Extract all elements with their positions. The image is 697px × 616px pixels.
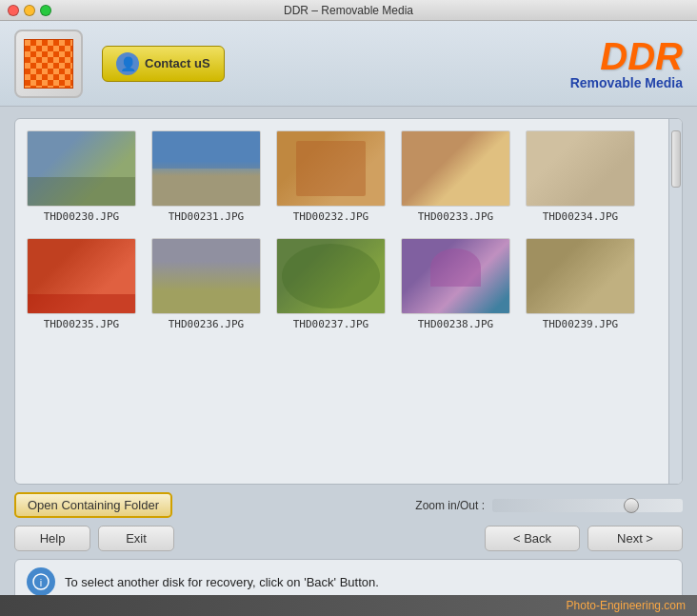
thumb-label: THD00234.JPG (543, 210, 618, 223)
list-item[interactable]: THD00238.JPG (401, 238, 510, 330)
gallery-box: THD00230.JPG THD00231.JPG THD00232.JPG T… (14, 118, 683, 485)
list-item[interactable]: THD00233.JPG (401, 130, 510, 223)
thumbnail-230[interactable] (27, 130, 136, 207)
info-message: To select another disk for recovery, cli… (65, 575, 379, 589)
scrollbar-thumb[interactable] (671, 130, 681, 188)
list-item[interactable]: THD00236.JPG (151, 238, 261, 330)
thumbnail-238[interactable] (401, 238, 510, 314)
thumbnail-239[interactable] (526, 238, 635, 314)
thumb-label: THD00236.JPG (169, 318, 244, 330)
thumb-label: THD00237.JPG (293, 318, 368, 330)
gallery-scroll[interactable]: THD00230.JPG THD00231.JPG THD00232.JPG T… (15, 119, 668, 484)
thumbnail-235[interactable] (27, 238, 136, 314)
thumbnail-231[interactable] (151, 130, 261, 207)
header: 👤 Contact uS DDR Removable Media (0, 21, 697, 107)
window-controls[interactable] (8, 5, 51, 16)
list-item[interactable]: THD00235.JPG (27, 238, 136, 330)
zoom-slider[interactable] (492, 499, 683, 512)
thumbnail-237[interactable] (276, 238, 386, 314)
minimize-button[interactable] (24, 5, 35, 16)
contact-button[interactable]: 👤 Contact uS (102, 46, 225, 82)
zoom-section: Zoom in/Out : (415, 499, 683, 512)
thumbnail-234[interactable] (526, 130, 635, 207)
bottom-buttons: Help Exit < Back Next > (14, 526, 683, 551)
thumb-label: THD00233.JPG (418, 210, 493, 223)
thumbnail-232[interactable] (276, 130, 386, 207)
thumb-label: THD00238.JPG (418, 318, 493, 330)
list-item[interactable]: THD00239.JPG (526, 238, 635, 330)
contact-icon: 👤 (116, 52, 139, 75)
info-icon: i (27, 567, 55, 596)
title-bar: DDR – Removable Media (0, 0, 697, 21)
next-button[interactable]: Next > (587, 526, 683, 551)
window-title: DDR – Removable Media (284, 4, 413, 17)
back-button[interactable]: < Back (485, 526, 580, 551)
footer-brand: Photo-Engineering.com (567, 599, 686, 612)
help-button[interactable]: Help (14, 526, 90, 551)
brand-subtitle: Removable Media (570, 75, 683, 90)
app-logo (14, 30, 83, 98)
list-item[interactable]: THD00234.JPG (526, 130, 635, 223)
list-item[interactable]: THD00231.JPG (151, 130, 261, 223)
thumb-label: THD00231.JPG (169, 210, 244, 223)
maximize-button[interactable] (40, 5, 51, 16)
list-item[interactable]: THD00232.JPG (276, 130, 386, 223)
scrollbar[interactable] (668, 119, 682, 484)
exit-button[interactable]: Exit (98, 526, 174, 551)
thumbnail-233[interactable] (401, 130, 510, 207)
toolbar-row: Open Containing Folder Zoom in/Out : (14, 492, 683, 518)
contact-label: Contact uS (145, 56, 210, 70)
zoom-label: Zoom in/Out : (415, 499, 485, 512)
brand-section: DDR Removable Media (570, 37, 683, 90)
footer: Photo-Engineering.com (0, 595, 697, 616)
thumb-label: THD00239.JPG (543, 318, 618, 330)
gallery-row-2: THD00235.JPG THD00236.JPG THD00237.JPG T… (27, 238, 657, 330)
list-item[interactable]: THD00230.JPG (27, 130, 136, 223)
logo-pattern (24, 39, 73, 89)
thumb-label: THD00235.JPG (44, 318, 119, 330)
close-button[interactable] (8, 5, 19, 16)
thumbnail-236[interactable] (151, 238, 261, 314)
footer-text: Photo-Engineering.com (567, 599, 686, 612)
thumb-label: THD00232.JPG (293, 210, 368, 223)
gallery-row-1: THD00230.JPG THD00231.JPG THD00232.JPG T… (27, 130, 657, 223)
brand-ddr: DDR (570, 37, 683, 75)
open-folder-button[interactable]: Open Containing Folder (14, 492, 172, 518)
svg-text:i: i (40, 577, 42, 588)
main-content: THD00230.JPG THD00231.JPG THD00232.JPG T… (0, 107, 697, 616)
list-item[interactable]: THD00237.JPG (276, 238, 386, 330)
thumb-label: THD00230.JPG (44, 210, 119, 223)
